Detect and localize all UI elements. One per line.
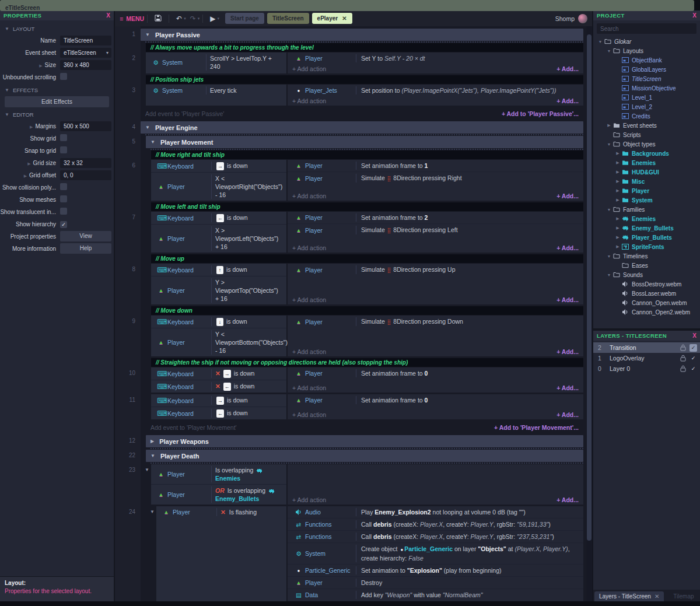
condition-object[interactable]: ⌨Keyboard xyxy=(151,369,212,378)
event-comment[interactable]: // Always move upwards a bit to progress… xyxy=(146,43,583,52)
add-action-link[interactable]: + Add action xyxy=(292,65,326,72)
layer-visible-checkbox[interactable]: ✓ xyxy=(690,344,697,352)
tree-item-missionobjective[interactable]: MissionObjective xyxy=(593,83,700,93)
chevron-down-icon[interactable]: ▼ xyxy=(606,49,612,53)
tree-item-level-2[interactable]: Level_2 xyxy=(593,102,700,111)
chevron-right-icon[interactable]: ▶ xyxy=(614,244,621,249)
property-input[interactable]: TitleScreen xyxy=(60,36,111,45)
add-more-link[interactable]: + Add... xyxy=(556,496,579,503)
tree-item-player[interactable]: ▶Player xyxy=(593,186,700,195)
property-checkbox[interactable] xyxy=(60,146,67,153)
action-object[interactable]: ▲Player xyxy=(288,54,356,62)
lock-icon[interactable] xyxy=(680,365,686,372)
condition-row[interactable]: ▲PlayerOR Is overlapping Enemy_Bullets xyxy=(151,484,286,505)
tree-item-families[interactable]: ▼Families xyxy=(593,205,700,214)
user-area[interactable]: Shomp xyxy=(555,14,587,23)
tree-item-backgrounds[interactable]: ▶Backgrounds xyxy=(593,149,700,158)
preview-dropdown-icon[interactable]: ▾ xyxy=(217,16,219,21)
add-more-link[interactable]: + Add... xyxy=(556,244,579,251)
tree-item-cannon-open-webm[interactable]: Cannon_Open.webm xyxy=(593,298,700,307)
chevron-down-icon[interactable]: ▼ xyxy=(150,139,155,145)
tab-close-icon[interactable]: ✕ xyxy=(342,15,346,22)
layer-visible-checkbox[interactable]: ✓ xyxy=(690,365,697,373)
layers-close-icon[interactable]: X xyxy=(692,332,696,339)
event-sheet-scrollbar[interactable] xyxy=(586,26,592,601)
event-block[interactable]: ⌨Keyboard← is down▲PlayerX > ViewportLef… xyxy=(151,212,583,253)
tree-item-player-bullets[interactable]: ▶Player_Bullets xyxy=(593,233,700,242)
chevron-right-icon[interactable]: ▶ xyxy=(614,160,621,165)
action-row[interactable]: ●Particle_GenericSet animation to "Explo… xyxy=(288,564,583,576)
edit-effects-button[interactable]: Edit Effects xyxy=(5,96,109,107)
action-row[interactable]: ▲PlayerSet animation frame to 2 xyxy=(288,212,583,223)
condition-row[interactable]: ⌨Keyboard✕← is down xyxy=(151,380,286,393)
expand-icon[interactable]: ▶ xyxy=(39,64,43,68)
add-action-link[interactable]: + Add action xyxy=(292,296,326,303)
chevron-right-icon[interactable]: ▶ xyxy=(614,179,621,184)
tree-item-glokar[interactable]: ▼Glokar xyxy=(593,37,700,46)
action-row[interactable]: ●Player_JetsSet position to (Player.Imag… xyxy=(288,85,583,96)
condition-row[interactable]: ⚙SystemEvery tick xyxy=(146,85,286,96)
chevron-right-icon[interactable]: ▶ xyxy=(606,123,612,128)
action-row[interactable]: ▲PlayerSimulate ⣿ 8Direction pressing Up xyxy=(288,264,583,276)
condition-object[interactable]: ⌨Keyboard xyxy=(151,382,212,391)
action-row[interactable]: ▲PlayerSet animation frame to 0 xyxy=(288,394,583,406)
event-group-header[interactable]: ▼Player Death xyxy=(146,450,583,462)
tree-item-hud-gui[interactable]: ▶HUD&GUI xyxy=(593,167,700,177)
action-object[interactable]: ▲Player xyxy=(288,396,356,404)
condition-row[interactable]: ⌨Keyboard→ is down xyxy=(151,160,286,172)
chevron-right-icon[interactable]: ▶ xyxy=(614,170,621,174)
tree-item-cannon-open2-webm[interactable]: Cannon_Open2.webm xyxy=(593,307,700,317)
chevron-down-icon[interactable]: ▼ xyxy=(5,112,9,117)
bottom-tab-layers-titlescreen[interactable]: Layers - TitleScreen✕ xyxy=(594,591,664,601)
event-block[interactable]: ▼▲PlayerIs overlapping Enemies▲PlayerOR … xyxy=(151,464,583,505)
tree-item-eases[interactable]: Eases xyxy=(593,261,700,270)
condition-row[interactable]: ▲Player✕ Is flashing xyxy=(156,506,286,518)
action-row[interactable]: ⇄FunctionsCall debris (createX: Player.X… xyxy=(288,530,583,542)
tree-item-titlescreen[interactable]: TitleScreen xyxy=(593,74,700,83)
properties-close-icon[interactable]: X xyxy=(106,12,110,19)
chevron-down-icon[interactable]: ▼ xyxy=(145,125,150,130)
condition-object[interactable]: ▲Player xyxy=(151,278,212,303)
event-block[interactable]: ⚙SystemScrollY > LevelTop.Y + 240▲Player… xyxy=(146,52,583,73)
event-group-header[interactable]: ▶Player Weapons xyxy=(146,435,583,447)
help-button[interactable]: Help xyxy=(60,243,111,254)
action-object[interactable]: ●Particle_Generic xyxy=(288,566,356,575)
layer-row-logooverlay[interactable]: 1LogoOverlay✓ xyxy=(593,353,700,363)
event-comment[interactable]: // Move down xyxy=(151,306,583,315)
action-object[interactable]: ▲Player xyxy=(288,369,356,377)
property-checkbox[interactable] xyxy=(60,183,67,190)
object-link[interactable]: Particle_Generic xyxy=(404,545,453,552)
undo-icon[interactable]: ↶ xyxy=(176,15,182,23)
lock-icon[interactable] xyxy=(680,355,686,362)
add-action-link[interactable]: + Add action xyxy=(292,348,326,355)
condition-object[interactable]: ⌨Keyboard xyxy=(151,162,212,170)
undo-dropdown-icon[interactable]: ▾ xyxy=(184,16,186,21)
tree-item-objectbank[interactable]: ObjectBank xyxy=(593,55,700,65)
tree-item-scripts[interactable]: Scripts xyxy=(593,130,700,139)
add-event-link[interactable]: + Add to 'Player Movement'... xyxy=(494,424,579,431)
chevron-down-icon[interactable]: ▼ xyxy=(5,26,9,31)
property-input[interactable]: 0, 0 xyxy=(60,170,111,180)
event-block[interactable]: ▼▲Player✕ Is flashingAudioPlay Enemy_Exp… xyxy=(156,506,583,601)
add-action-link[interactable]: + Add action xyxy=(292,192,326,199)
main-menu-button[interactable]: ≡MENU xyxy=(120,15,144,22)
event-group-header[interactable]: ▼Player Passive xyxy=(141,29,583,41)
chevron-right-icon[interactable]: ▶ xyxy=(614,235,621,240)
action-object[interactable]: ⇄Functions xyxy=(288,520,356,528)
chevron-right-icon[interactable]: ▶ xyxy=(614,198,621,202)
action-row[interactable]: ▤DataAdd key "Weapon" with value "Normal… xyxy=(288,589,583,601)
condition-row[interactable]: ▲PlayerX > ViewportLeft("Objects") + 16 xyxy=(151,224,286,253)
action-object[interactable]: ▲Player xyxy=(288,174,356,183)
tree-item-spritefonts[interactable]: ▶SpriteFonts xyxy=(593,242,700,251)
chevron-right-icon[interactable]: ▶ xyxy=(614,226,621,230)
expand-icon[interactable]: ▶ xyxy=(30,125,34,129)
condition-object[interactable]: ▲Player xyxy=(156,508,217,516)
event-group-header[interactable]: ▼Player Movement xyxy=(146,136,583,148)
property-input[interactable]: 32 x 32 xyxy=(60,158,111,168)
action-object[interactable]: ⇄Functions xyxy=(288,533,356,541)
add-more-link[interactable]: + Add... xyxy=(556,97,579,104)
action-row[interactable]: ⇄FunctionsCall debris (createX: Player.X… xyxy=(288,518,583,530)
condition-row[interactable]: ⌨Keyboard→ is down xyxy=(151,394,286,407)
tab-titlescreen[interactable]: TitleScreen xyxy=(267,13,309,24)
condition-object[interactable]: ▲Player xyxy=(151,486,212,503)
